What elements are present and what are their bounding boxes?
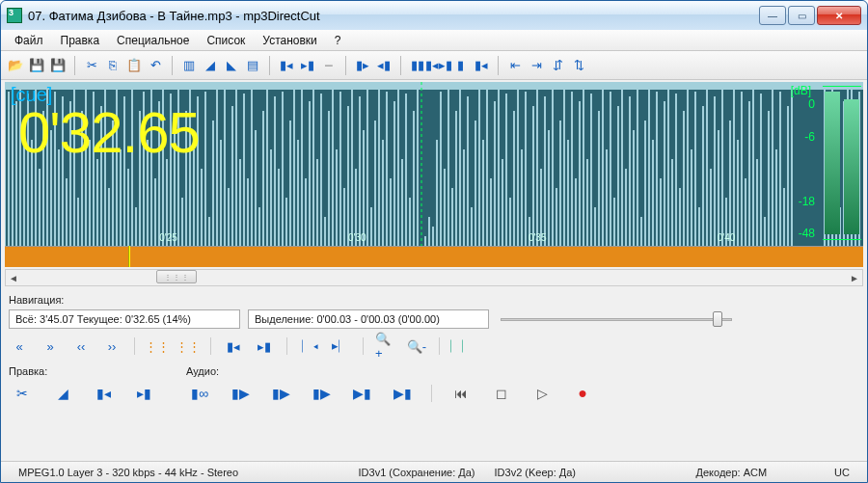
horizontal-scrollbar[interactable]: ◄ ⋮⋮⋮ ► [5,269,863,286]
time-tick: 0'35 [529,232,547,243]
menu-edit[interactable]: Правка [53,32,108,49]
stop-icon[interactable]: ◻ [488,383,515,404]
auto-cue-icon[interactable]: ⇵ [549,57,566,74]
titlebar[interactable]: 07. Фатима Дзибова - В Тайне.mp3 - mp3Di… [1,1,867,30]
minimize-button[interactable]: — [759,6,786,25]
go-end-icon[interactable]: » [40,336,61,356]
scroll-right-icon[interactable]: ► [847,270,862,285]
marker-list-icon[interactable]: ⋮⋮ [147,336,168,356]
undo-icon[interactable]: ↶ [147,57,164,74]
play-end-icon[interactable]: ▶▮ [389,383,416,404]
play-icon[interactable]: ▷ [529,383,556,404]
separator [172,56,173,75]
zoom-fit-icon[interactable]: ⎸⎸ [451,336,473,356]
go-start-icon[interactable]: « [9,336,30,356]
menu-special[interactable]: Специальное [109,32,197,49]
menu-file[interactable]: Файл [7,32,51,49]
pause-det-icon[interactable]: ⇅ [570,57,587,74]
time-tick: 0'25 [159,232,177,243]
paste-icon[interactable]: 📋 [125,57,143,74]
pause-icon[interactable]: ⏮ [448,383,475,404]
trim-icon[interactable]: ◢ [49,383,76,404]
cue2-icon[interactable]: ▮◂ [473,57,490,74]
prev-cut-icon[interactable]: ⇤ [506,57,524,74]
zoom-out-icon[interactable]: 🔍- [406,336,427,356]
scrollbar-thumb[interactable]: ⋮⋮⋮ [156,270,197,283]
menu-list[interactable]: Список [199,32,253,49]
cut-icon[interactable]: ✂ [83,57,100,74]
app-icon [7,8,22,23]
separator [74,56,75,75]
time-tick: 0'40 [718,232,736,243]
total-field[interactable]: Всё: 3'45.07 Текущее: 0'32.65 (14%) [9,309,240,329]
status-format: MPEG1.0 Layer 3 - 320 kbps - 44 kHz - St… [9,467,248,478]
play-after-icon[interactable]: ▶▮ [348,383,375,404]
play-loop-icon[interactable]: ▮∞ [186,383,213,404]
next-cut-icon[interactable]: ⇥ [528,57,545,74]
maximize-button[interactable]: ▭ [788,6,815,25]
record-icon[interactable]: ● [569,383,596,404]
sel-begin-icon[interactable]: ▮◂ [278,57,295,74]
separator [498,56,499,75]
cut-sel-icon[interactable]: ✂ [9,383,36,404]
copy-icon[interactable]: ⎘ [104,57,122,74]
cue-icon[interactable]: ▮ [451,57,469,74]
navigation-label: Навигация: [9,294,859,306]
status-id3v1: ID3v1 (Сохранение: Да) [349,467,485,478]
zoom-in-icon[interactable]: 🔍+ [375,336,396,356]
fade-out-icon[interactable]: ◣ [223,57,240,74]
menu-bar: Файл Правка Специальное Список Установки… [1,30,867,51]
play-sel-icon[interactable]: ▮▶ [267,383,294,404]
edit-label: Правка: [9,365,157,377]
split-icon[interactable]: ▮▮ [409,57,426,74]
fade-in-icon[interactable]: ◢ [202,57,219,74]
separator [431,385,432,402]
scroll-left-icon[interactable]: ◄ [6,270,21,285]
rewind-icon[interactable]: ‹‹ [70,336,92,356]
separator [134,337,135,355]
save-sel-icon[interactable]: 💾 [49,57,67,74]
next-edit-icon[interactable]: ▸⎸ [330,336,351,356]
norm-icon[interactable]: ▤ [244,57,261,74]
forward-icon[interactable]: ›› [101,336,122,356]
set-begin-icon[interactable]: ▮◂ [90,383,117,404]
play-from-icon[interactable]: ▮▶ [227,383,254,404]
status-bar: MPEG1.0 Layer 3 - 320 kbps - 44 kHz - St… [1,461,867,482]
speed-slider[interactable] [501,309,732,329]
open-icon[interactable]: 📂 [7,57,24,74]
slider-knob[interactable] [713,311,722,327]
app-window: 07. Фатима Дзибова - В Тайне.mp3 - mp3Di… [0,0,868,483]
time-ruler: 0'25 0'30 0'35 0'40 [5,232,863,246]
level-meter [823,86,861,240]
navigation-panel: Навигация: Всё: 3'45.07 Текущее: 0'32.65… [9,294,859,356]
separator [210,337,211,355]
status-uc: UC [825,467,859,478]
audio-panel: Аудио: ▮∞ ▮▶ ▮▶ ▮▶ ▶▮ ▶▮ ⏮ ◻ ▷ ● [186,365,596,404]
marker-list2-icon[interactable]: ⋮⋮ [177,336,199,356]
gain-icon[interactable]: ▥ [180,57,198,74]
status-id3v2: ID3v2 (Keep: Да) [485,467,586,478]
timeline-bar[interactable] [5,246,863,267]
join-icon[interactable]: ▮◂▸▮ [430,57,448,74]
prev-edit-icon[interactable]: ⎸◂ [299,336,320,356]
waveform-display[interactable]: [cue] 0'32.65 [dB] 0 -6 -12 -18 -48 [5,82,863,246]
set-end-icon[interactable]: ▸▮ [130,383,157,404]
save-icon[interactable]: 💾 [28,57,45,74]
marker1-icon[interactable]: ▮▸ [354,57,371,74]
separator [439,337,440,355]
playhead[interactable] [128,246,130,267]
separator [286,337,287,355]
sel-end-icon[interactable]: ▸▮ [299,57,316,74]
marker2-icon[interactable]: ◂▮ [375,57,393,74]
menu-help[interactable]: ? [327,32,349,49]
menu-settings[interactable]: Установки [255,32,324,49]
sel-to-begin-icon[interactable]: ▮◂ [223,336,244,356]
play-before-icon[interactable]: ▮▶ [308,383,335,404]
edit-panel: Правка: ✂ ◢ ▮◂ ▸▮ [9,365,157,404]
close-button[interactable]: ✕ [817,6,861,25]
separator [345,56,346,75]
toolbar: 📂 💾 💾 ✂ ⎘ 📋 ↶ ▥ ◢ ◣ ▤ ▮◂ ▸▮ ⎼ ▮▸ ◂▮ ▮▮ ▮… [1,51,867,80]
selection-field[interactable]: Выделение: 0'00.03 - 0'00.03 (0'00.00) [248,309,489,329]
sel-to-end-icon[interactable]: ▸▮ [254,336,275,356]
sel-all-icon[interactable]: ⎼ [320,57,338,74]
